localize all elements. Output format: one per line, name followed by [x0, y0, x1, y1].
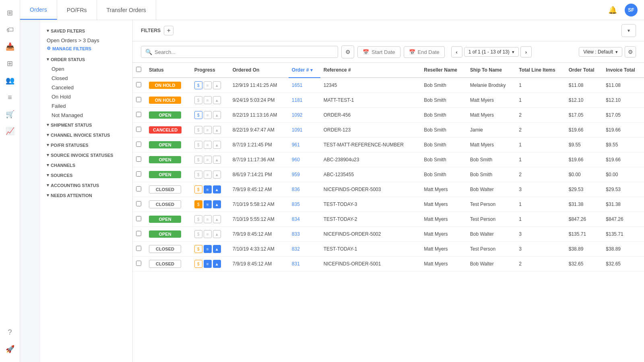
order-num: 834	[289, 212, 320, 227]
table-row[interactable]: CLOSED$≡▲7/10/19 5:58:12 AM835TEST-TODAY…	[133, 197, 644, 212]
progress-icon: $	[194, 200, 202, 208]
nav-home-icon[interactable]: ⊞	[3, 6, 17, 20]
table-row[interactable]: ON HOLD$≡▲12/9/19 11:41:25 AM165112345Bo…	[133, 78, 644, 93]
progress-icons: $≡▲	[194, 171, 226, 179]
prev-page-button[interactable]: ‹	[451, 46, 462, 58]
sidebar-item-on-hold[interactable]: On Hold	[40, 92, 132, 101]
status-badge: CANCELED	[149, 126, 182, 134]
col-invoice-total: Invoice Total	[603, 63, 644, 78]
user-avatar[interactable]: SF	[625, 4, 638, 16]
nav-inbox-icon[interactable]: 📥	[3, 39, 17, 54]
status-badge: OPEN	[149, 171, 181, 178]
row-checkbox[interactable]	[136, 112, 141, 117]
progress-icon: ≡	[204, 111, 212, 119]
source-invoice-label: SOURCE INVOICE STATUSES	[51, 153, 113, 158]
table-row[interactable]: CLOSED$≡▲7/9/19 8:45:12 AM831NICEFINDS-O…	[133, 257, 644, 272]
row-checkbox[interactable]	[136, 82, 141, 87]
bell-icon[interactable]: 🔔	[605, 3, 620, 17]
ship-to-name: Bob Walter	[467, 182, 516, 197]
row-checkbox[interactable]	[136, 142, 141, 147]
order-total: $847.26	[566, 212, 603, 227]
view-select[interactable]: View : Default ▾	[579, 47, 622, 57]
table-row[interactable]: OPEN$≡▲8/6/19 7:14:21 PM959ABC-1235455Bo…	[133, 167, 644, 182]
saved-filters-header[interactable]: ▾ SAVED FILTERS	[40, 26, 132, 36]
filters-collapse-button[interactable]: ▾	[621, 24, 636, 37]
accounting-status-header[interactable]: ▾ ACCOUNTING STATUS	[40, 180, 132, 190]
end-date-button[interactable]: 📅 End Date	[404, 46, 445, 58]
nav-cart-icon[interactable]: 🛒	[3, 107, 17, 121]
ordered-on: 7/10/19 5:58:12 AM	[229, 197, 289, 212]
row-checkbox[interactable]	[136, 186, 141, 191]
row-checkbox[interactable]	[136, 127, 141, 132]
nav-help-icon[interactable]: ?	[3, 325, 17, 339]
table-row[interactable]: CANCELED$≡▲8/22/19 9:47:47 AM1091ORDER-1…	[133, 123, 644, 138]
tab-po-frs[interactable]: PO/FRs	[57, 0, 97, 20]
row-checkbox[interactable]	[136, 97, 141, 102]
table-row[interactable]: OPEN$≡▲8/7/19 11:17:36 AM960ABC-238904u2…	[133, 152, 644, 167]
sources-header[interactable]: ▾ SOURCES	[40, 170, 132, 180]
row-checkbox[interactable]	[136, 216, 141, 221]
ship-to-name: Matt Myers	[467, 138, 516, 152]
content-area: FILTERS + ▾ 🔍 ⚙ 📅 Start Date 📅 End Dat	[133, 20, 644, 362]
view-chevron-icon: ▾	[615, 49, 618, 55]
table-row[interactable]: OPEN$≡▲8/7/19 1:21:45 PM961TEST-MATT-REF…	[133, 138, 644, 152]
order-total: $19.66	[566, 123, 603, 138]
nav-chart-icon[interactable]: 📈	[3, 124, 17, 138]
table-row[interactable]: OPEN$≡▲8/22/19 11:13:16 AM1092ORDER-456B…	[133, 108, 644, 123]
progress-icon: ▲	[213, 230, 221, 238]
invoice-total: $135.71	[603, 227, 644, 242]
pofr-statuses-header[interactable]: ▾ PO/FR STATUSES	[40, 140, 132, 150]
row-checkbox[interactable]	[136, 261, 141, 266]
order-num: 960	[289, 152, 320, 167]
source-invoice-statuses-header[interactable]: ▾ SOURCE INVOICE STATUSES	[40, 150, 132, 160]
row-checkbox[interactable]	[136, 156, 141, 162]
next-page-button[interactable]: ›	[520, 46, 532, 58]
table-row[interactable]: CLOSED$≡▲7/10/19 4:33:12 AM832TEST-TODAY…	[133, 242, 644, 257]
progress-icon: ≡	[204, 200, 212, 208]
nav-users-icon[interactable]: 👥	[3, 73, 17, 88]
nav-rocket-icon[interactable]: 🚀	[3, 342, 17, 356]
tab-orders[interactable]: Orders	[20, 0, 57, 20]
nav-tag-icon[interactable]: 🏷	[3, 23, 17, 37]
filters-bar: FILTERS + ▾	[133, 20, 644, 41]
source-invoice-chevron-icon: ▾	[47, 152, 49, 158]
orders-table: Status Progress Ordered On Order # ▾ Ref…	[133, 63, 644, 272]
progress-icon: ▲	[213, 200, 221, 208]
table-row[interactable]: OPEN$≡▲7/10/19 5:55:12 AM834TEST-TODAY-2…	[133, 212, 644, 227]
shipment-status-header[interactable]: ▾ SHIPMENT STATUS	[40, 120, 132, 130]
table-row[interactable]: CLOSED$≡▲7/9/19 8:45:12 AM836NICEFINDS-O…	[133, 182, 644, 197]
total-line-items: 1	[516, 197, 566, 212]
order-num: 831	[289, 257, 320, 272]
row-checkbox[interactable]	[136, 171, 141, 177]
col-order-num[interactable]: Order # ▾	[289, 63, 320, 78]
order-status-header[interactable]: ▾ ORDER STATUS	[40, 54, 132, 64]
sidebar-item-open[interactable]: Open	[40, 64, 132, 74]
manage-filters-link[interactable]: ⚙ MANAGE FILTERS	[40, 45, 132, 54]
sidebar-item-closed[interactable]: Closed	[40, 74, 132, 83]
channel-invoice-status-header[interactable]: ▾ CHANNEL INVOICE STATUS	[40, 130, 132, 140]
sidebar-item-canceled[interactable]: Canceled	[40, 83, 132, 92]
sidebar-item-not-managed[interactable]: Not Managed	[40, 111, 132, 120]
add-filter-button[interactable]: +	[164, 26, 173, 35]
select-all-checkbox[interactable]	[136, 67, 141, 72]
invoice-total: $9.55	[603, 138, 644, 152]
table-row[interactable]: ON HOLD$≡▲9/24/19 5:03:24 PM1181MATT-TES…	[133, 93, 644, 108]
calendar-icon: 📅	[409, 49, 415, 55]
nav-list-icon[interactable]: ≡	[3, 90, 17, 105]
nav-grid-icon[interactable]: ⊞	[3, 56, 17, 71]
search-gear-button[interactable]: ⚙	[341, 45, 354, 58]
row-checkbox[interactable]	[136, 201, 141, 206]
search-input[interactable]	[155, 49, 334, 55]
table-row[interactable]: OPEN$≡▲7/9/19 8:45:12 AM833NICEFINDS-ORD…	[133, 227, 644, 242]
channels-header[interactable]: ▾ CHANNELS	[40, 160, 132, 170]
tab-transfer-orders[interactable]: Transfer Orders	[97, 0, 156, 20]
saved-filter-item[interactable]: Open Orders > 3 Days	[40, 36, 132, 45]
view-gear-button[interactable]: ⚙	[625, 46, 636, 58]
total-line-items: 2	[516, 123, 566, 138]
start-date-button[interactable]: 📅 Start Date	[357, 46, 400, 58]
needs-attention-header[interactable]: ▾ NEEDS ATTENTION	[40, 190, 132, 200]
row-checkbox[interactable]	[136, 231, 141, 236]
page-info[interactable]: 1 of 1 (1 - 13 of 13) ▾	[464, 47, 519, 57]
row-checkbox[interactable]	[136, 246, 141, 251]
sidebar-item-failed[interactable]: Failed	[40, 101, 132, 111]
